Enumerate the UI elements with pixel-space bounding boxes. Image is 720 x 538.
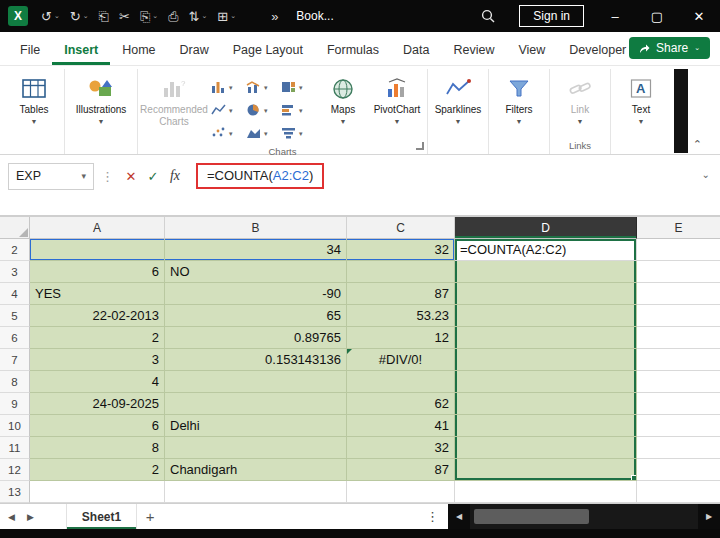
cell-D6[interactable] — [455, 327, 637, 349]
cell-A4[interactable]: YES — [30, 283, 165, 305]
collapse-ribbon-button[interactable]: ⌃ — [693, 138, 702, 151]
expand-formula-bar-button[interactable]: ⌄ — [702, 169, 710, 180]
cell-D10[interactable] — [455, 415, 637, 437]
column-chart-button[interactable]: ▾ — [209, 76, 244, 99]
scatter-chart-button[interactable]: ▾ — [209, 122, 244, 145]
cell-D11[interactable] — [455, 437, 637, 459]
cell-E7[interactable] — [637, 349, 720, 371]
cell-E5[interactable] — [637, 305, 720, 327]
cell-C12[interactable]: 87 — [347, 459, 455, 481]
cell-E13[interactable] — [637, 481, 720, 503]
tab-home[interactable]: Home — [110, 35, 167, 65]
name-box[interactable]: EXP ▾ — [8, 163, 94, 190]
cell-E4[interactable] — [637, 283, 720, 305]
bar-chart-button[interactable]: ▾ — [279, 99, 314, 122]
sheet-tab-sheet1[interactable]: Sheet1 — [66, 504, 137, 529]
column-header-E[interactable]: E — [637, 217, 720, 239]
scroll-left-button[interactable]: ◀ — [448, 512, 470, 521]
column-header-D[interactable]: D — [455, 217, 637, 239]
cell-D2[interactable]: =COUNTA(A2:C2) — [455, 239, 637, 261]
tab-page-layout[interactable]: Page Layout — [221, 35, 315, 65]
grid-button[interactable]: ⊞⌄ — [212, 3, 241, 29]
insert-function-button[interactable]: fx — [164, 168, 186, 184]
scroll-right-button[interactable]: ▶ — [698, 512, 720, 521]
cell-E3[interactable] — [637, 261, 720, 283]
undo-button[interactable]: ↺⌄ — [36, 3, 65, 29]
link-button[interactable]: Link ▼ — [553, 69, 607, 125]
cell-B11[interactable] — [165, 437, 347, 459]
tab-view[interactable]: View — [506, 35, 557, 65]
cell-A10[interactable]: 6 — [30, 415, 165, 437]
cell-B13[interactable] — [165, 481, 347, 503]
cell-E9[interactable] — [637, 393, 720, 415]
chevron-down-icon[interactable]: ▾ — [81, 171, 86, 181]
cell-E8[interactable] — [637, 371, 720, 393]
tab-developer[interactable]: Developer — [557, 35, 638, 65]
tab-file[interactable]: File — [8, 35, 52, 65]
sparklines-button[interactable]: Sparklines ▼ — [431, 69, 485, 125]
cell-D13[interactable] — [455, 481, 637, 503]
cell-A6[interactable]: 2 — [30, 327, 165, 349]
cell-A7[interactable]: 3 — [30, 349, 165, 371]
cell-D4[interactable] — [455, 283, 637, 305]
search-icon[interactable] — [467, 9, 509, 23]
tab-data[interactable]: Data — [391, 35, 441, 65]
pie-chart-button[interactable]: ▾ — [244, 99, 279, 122]
cell-A5[interactable]: 22-02-2013 — [30, 305, 165, 327]
cell-C8[interactable] — [347, 371, 455, 393]
cell-D5[interactable] — [455, 305, 637, 327]
cell-C3[interactable] — [347, 261, 455, 283]
cell-D9[interactable] — [455, 393, 637, 415]
print-button[interactable]: ⎙ — [163, 3, 183, 29]
cell-C11[interactable]: 32 — [347, 437, 455, 459]
area-chart-button[interactable]: ▾ — [244, 122, 279, 145]
cell-E10[interactable] — [637, 415, 720, 437]
column-header-C[interactable]: C — [347, 217, 455, 239]
row-header-9[interactable]: 9 — [0, 393, 30, 415]
filters-button[interactable]: Filters ▼ — [492, 69, 546, 125]
cell-A13[interactable] — [30, 481, 165, 503]
cell-B4[interactable]: -90 — [165, 283, 347, 305]
pivotchart-button[interactable]: PivotChart ▼ — [370, 69, 424, 125]
close-button[interactable]: ✕ — [678, 0, 720, 32]
scrollbar-thumb[interactable] — [474, 509, 589, 524]
excel-app-icon[interactable]: X — [8, 6, 28, 26]
tab-draw[interactable]: Draw — [168, 35, 221, 65]
funnel-chart-button[interactable]: ▾ — [279, 122, 314, 145]
cut-button[interactable]: ✂ — [114, 3, 135, 29]
previous-sheet-button[interactable]: ◀ — [8, 512, 15, 522]
row-header-13[interactable]: 13 — [0, 481, 30, 503]
cell-A11[interactable]: 8 — [30, 437, 165, 459]
cell-C2[interactable]: 32 — [347, 239, 455, 261]
cell-D8[interactable] — [455, 371, 637, 393]
cell-D12[interactable] — [455, 459, 637, 481]
row-header-10[interactable]: 10 — [0, 415, 30, 437]
cell-B9[interactable] — [165, 393, 347, 415]
cell-B10[interactable]: Delhi — [165, 415, 347, 437]
share-button[interactable]: Share ⌄ — [629, 37, 710, 59]
formula-input[interactable]: =COUNTA(A2:C2) — [207, 168, 313, 183]
next-sheet-button[interactable]: ▶ — [27, 512, 34, 522]
cell-A9[interactable]: 24-09-2025 — [30, 393, 165, 415]
cell-B3[interactable]: NO — [165, 261, 347, 283]
sheet-options-icon[interactable]: ⋮ — [417, 504, 448, 529]
cell-C6[interactable]: 12 — [347, 327, 455, 349]
enter-button[interactable]: ✓ — [142, 169, 164, 184]
row-header-3[interactable]: 3 — [0, 261, 30, 283]
column-header-A[interactable]: A — [30, 217, 165, 239]
paste-button[interactable]: ⎗ — [94, 3, 114, 29]
cell-B6[interactable]: 0.89765 — [165, 327, 347, 349]
tab-insert[interactable]: Insert — [52, 35, 110, 65]
redo-button[interactable]: ↻⌄ — [65, 3, 94, 29]
cell-C5[interactable]: 53.23 — [347, 305, 455, 327]
maps-button[interactable]: Maps ▼ — [316, 69, 370, 125]
recommended-charts-button[interactable]: ? Recommended Charts — [141, 69, 207, 127]
cell-C10[interactable]: 41 — [347, 415, 455, 437]
cell-B8[interactable] — [165, 371, 347, 393]
tab-review[interactable]: Review — [441, 35, 506, 65]
cell-C4[interactable]: 87 — [347, 283, 455, 305]
column-header-B[interactable]: B — [165, 217, 347, 239]
combo-chart-button[interactable]: ▾ — [244, 76, 279, 99]
formula-bar-handle[interactable]: ⋮ — [101, 169, 113, 184]
minimize-button[interactable]: – — [594, 0, 636, 32]
